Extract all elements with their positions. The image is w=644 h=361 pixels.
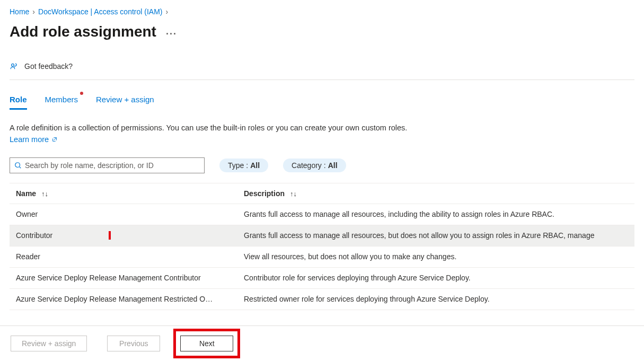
role-name-text: Contributor [16, 231, 110, 240]
svg-point-1 [15, 162, 20, 167]
role-name-text: Azure Service Deploy Release Management … [16, 274, 201, 282]
page-title: Add role assignment ··· [10, 23, 634, 40]
role-name-text: Azure Service Deploy Release Management … [16, 295, 213, 303]
role-description-body: A role definition is a collection of per… [10, 124, 407, 132]
role-name-text: Reader [16, 252, 40, 261]
review-assign-button[interactable]: Review + assign [11, 336, 87, 351]
roles-table: Name ↑↓ Description ↑↓ OwnerGrants full … [10, 183, 634, 310]
filter-category-value: All [328, 161, 338, 170]
next-button[interactable]: Next [180, 336, 233, 351]
table-header-row: Name ↑↓ Description ↑↓ [10, 183, 634, 204]
feedback-icon [10, 61, 19, 71]
svg-point-0 [12, 64, 14, 66]
chevron-right-icon: › [164, 7, 169, 16]
external-link-icon [52, 137, 57, 142]
role-search-input[interactable] [25, 161, 200, 170]
chevron-right-icon: › [31, 7, 36, 16]
search-icon [14, 162, 22, 169]
more-actions-icon[interactable]: ··· [166, 29, 177, 40]
filter-type-pill[interactable]: Type : All [219, 159, 268, 172]
role-name-cell: Azure Service Deploy Release Management … [16, 295, 244, 303]
tab-members-label: Members [45, 95, 78, 104]
role-description-text: A role definition is a collection of per… [10, 122, 423, 146]
tab-role[interactable]: Role [10, 95, 27, 110]
sort-icon: ↑↓ [41, 190, 48, 198]
column-header-name[interactable]: Name ↑↓ [16, 189, 244, 198]
role-description-cell: Grants full access to manage all resourc… [244, 210, 634, 218]
tab-review-assign[interactable]: Review + assign [96, 95, 154, 110]
alert-dot-icon [80, 92, 83, 95]
tabs: Role Members Review + assign [10, 95, 634, 110]
role-description-cell: Contributor role for services deploying … [244, 274, 634, 282]
feedback-link[interactable]: Got feedback? [10, 61, 634, 80]
table-row[interactable]: OwnerGrants full access to manage all re… [10, 204, 634, 225]
page-title-text: Add role assignment [10, 23, 156, 40]
learn-more-label: Learn more [10, 135, 49, 144]
role-name-cell: Azure Service Deploy Release Management … [16, 274, 244, 282]
breadcrumb-home[interactable]: Home [10, 7, 29, 16]
role-search-box[interactable] [10, 157, 205, 173]
column-header-name-label: Name [16, 189, 36, 198]
filter-category-pill[interactable]: Category : All [283, 159, 346, 172]
role-name-cell: Owner [16, 210, 244, 218]
breadcrumb-workspace[interactable]: DocWorkspace | Access control (IAM) [38, 7, 162, 16]
breadcrumb: Home › DocWorkspace | Access control (IA… [10, 7, 634, 16]
role-description-cell: Grants full access to manage all resourc… [244, 231, 634, 240]
table-row[interactable]: ContributorGrants full access to manage … [10, 225, 634, 246]
column-header-description-label: Description [244, 189, 285, 198]
sort-icon: ↑↓ [290, 190, 297, 198]
wizard-footer: Review + assign Previous Next [0, 325, 644, 361]
filter-type-value: All [250, 161, 260, 170]
tab-members[interactable]: Members [45, 95, 78, 110]
role-name-cell: Reader [16, 252, 244, 261]
previous-button[interactable]: Previous [107, 336, 160, 351]
table-row[interactable]: Azure Service Deploy Release Management … [10, 268, 634, 289]
table-row[interactable]: ReaderView all resources, but does not a… [10, 246, 634, 268]
role-description-cell: View all resources, but does not allow y… [244, 252, 634, 261]
column-header-description[interactable]: Description ↑↓ [244, 189, 634, 198]
table-row[interactable]: Azure Service Deploy Release Management … [10, 289, 634, 310]
role-name-text: Owner [16, 210, 38, 218]
learn-more-link[interactable]: Learn more [10, 135, 57, 144]
filter-type-label: Type : [228, 161, 248, 170]
feedback-label: Got feedback? [24, 62, 73, 71]
role-name-cell: Contributor [16, 231, 244, 240]
role-description-cell: Restricted owner role for services deplo… [244, 295, 634, 303]
filter-category-label: Category : [292, 161, 326, 170]
